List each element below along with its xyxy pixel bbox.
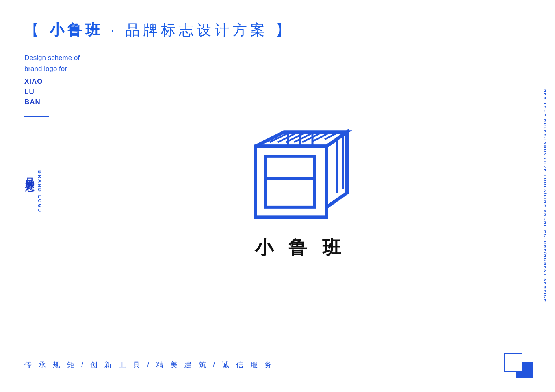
header-title: 【 小鲁班 · 品牌标志设计方案 】	[24, 20, 531, 40]
right-vertical-text: HERITAGE RULES/INNOVATIVE TOOLS/FINE ARC…	[543, 89, 548, 303]
design-scheme-line1: Design scheme of	[24, 52, 531, 63]
bottom-right-decoration	[504, 353, 533, 378]
design-scheme-block: Design scheme of brand logo for XIAO LU …	[24, 52, 531, 108]
center-logo-area: 小 鲁 班	[243, 126, 357, 261]
bracket-open: 【	[24, 22, 50, 38]
brand-logo-label: 品牌标志 BRAND LOGO	[24, 170, 42, 213]
logo-chinese-name: 小 鲁 班	[255, 235, 346, 261]
right-side-text-container: HERITAGE RULES/INNOVATIVE TOOLS/FINE ARC…	[543, 16, 548, 376]
page-container: 【 小鲁班 · 品牌标志设计方案 】 Design scheme of bran…	[0, 0, 555, 392]
brand-logo-english: BRAND LOGO	[37, 170, 42, 213]
brand-ban: BAN	[24, 97, 531, 108]
deco-square-white	[504, 353, 522, 372]
design-scheme-line2: brand logo for	[24, 63, 531, 74]
svg-rect-3	[266, 156, 314, 207]
right-border	[538, 0, 538, 392]
brand-lu: LU	[24, 87, 531, 97]
brand-logo-chinese: 品牌标志	[24, 170, 35, 177]
brand-name-block: XIAO LU BAN	[24, 76, 531, 108]
title-middle: · 品牌标志设计方案	[103, 22, 275, 38]
bottom-tagline: 传 承 规 矩 / 创 新 工 具 / 精 美 建 筑 / 诚 信 服 务	[24, 360, 274, 370]
brand-name-header: 小鲁班	[50, 22, 103, 38]
divider-line	[24, 116, 49, 117]
logo-svg-container	[243, 126, 357, 231]
bracket-close: 】	[275, 22, 293, 38]
brand-xiao: XIAO	[24, 76, 531, 87]
